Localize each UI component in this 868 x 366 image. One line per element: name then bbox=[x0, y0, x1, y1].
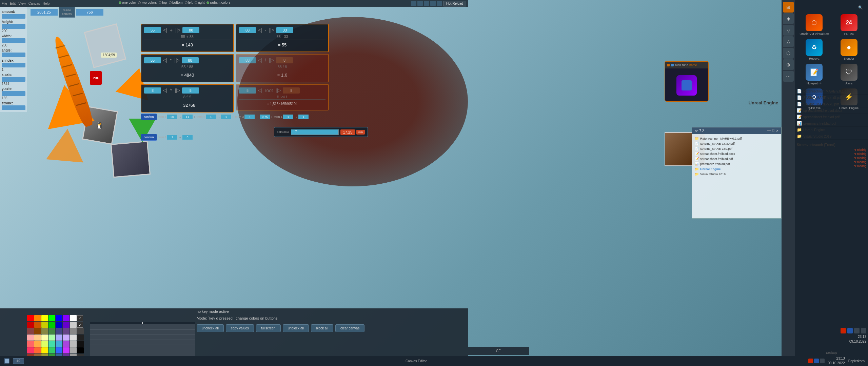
term3-input-a[interactable] bbox=[244, 115, 255, 119]
sidebar-icon-2[interactable]: ◈ bbox=[783, 13, 794, 24]
color-sky[interactable] bbox=[56, 341, 62, 347]
term4-input-b[interactable] bbox=[298, 115, 309, 119]
file-item-7[interactable]: 📁 Visual Studio 2019 bbox=[795, 133, 868, 140]
popup-row-0[interactable]: 📁 Ratenrechner_MARE-v.0.1.pdf bbox=[694, 136, 780, 141]
add-input-b[interactable] bbox=[182, 27, 199, 33]
color-coral[interactable] bbox=[27, 341, 34, 347]
div-input-a[interactable] bbox=[239, 57, 256, 63]
popup-row-1[interactable]: 📄 SASInc_MARE-v.x.x0.pdf bbox=[694, 141, 780, 146]
color-darkgrey[interactable] bbox=[77, 328, 84, 334]
hot-reload-button[interactable]: Hot Reload bbox=[443, 1, 466, 6]
icon-btn-2[interactable] bbox=[417, 1, 423, 6]
color-brown[interactable] bbox=[34, 328, 41, 334]
app-avira[interactable]: 🛡 Avira bbox=[833, 64, 865, 85]
stroke-slider[interactable] bbox=[2, 105, 25, 110]
sidebar-icon-7[interactable]: ⋯ bbox=[783, 71, 794, 82]
node-screenshot-widget[interactable]: bind func name bbox=[665, 61, 709, 102]
term4-input-a[interactable] bbox=[283, 115, 293, 119]
color-yellow[interactable] bbox=[41, 315, 48, 321]
icon-btn-5[interactable] bbox=[437, 1, 442, 6]
color-purple[interactable] bbox=[63, 315, 70, 321]
canvas-size-input[interactable] bbox=[76, 9, 103, 16]
xaxis-slider[interactable] bbox=[2, 77, 25, 82]
color-teal[interactable] bbox=[48, 341, 55, 347]
sidebar-icon-5[interactable]: ⬡ bbox=[783, 48, 794, 59]
term2-input-b[interactable] bbox=[221, 115, 231, 119]
color-lightpink[interactable] bbox=[27, 334, 34, 341]
add-input-a[interactable] bbox=[144, 27, 161, 33]
color-pure-black[interactable] bbox=[77, 347, 84, 353]
tray-icon-4[interactable] bbox=[861, 328, 866, 333]
color-darkblue[interactable] bbox=[56, 322, 62, 328]
color-white[interactable] bbox=[70, 315, 77, 321]
popup-row-7[interactable]: 📁 Visual Studio 2019 bbox=[694, 171, 780, 177]
color-black[interactable] bbox=[77, 341, 84, 347]
color-orange[interactable] bbox=[34, 315, 41, 321]
color-indigo[interactable] bbox=[63, 328, 70, 334]
radio-bottom[interactable]: bottom bbox=[169, 1, 183, 4]
file-item-5[interactable]: 📊 premmarz.freiblad.pdf bbox=[795, 120, 868, 127]
pow-input-a[interactable] bbox=[144, 87, 161, 94]
color-magenta[interactable] bbox=[63, 347, 70, 353]
color-darkred[interactable] bbox=[27, 322, 34, 328]
sidebar-icon-3[interactable]: ▽ bbox=[783, 25, 794, 36]
popup-row-6[interactable]: 📁 Unreal Engine bbox=[694, 166, 780, 171]
toolbar-file[interactable]: File bbox=[2, 2, 7, 5]
term2-confirm-button[interactable]: confirm bbox=[141, 134, 157, 141]
file-item-3[interactable]: 📝 spreadsheet.freiblad.docx bbox=[795, 107, 868, 114]
tray-icon-1[interactable] bbox=[841, 328, 846, 333]
toolbar-help[interactable]: Help bbox=[43, 2, 50, 5]
color-olive[interactable] bbox=[41, 328, 48, 334]
file-item-2[interactable]: 📄 SASInc_MARE-v.x0.pdf bbox=[795, 101, 868, 107]
uncheck-all-button[interactable]: uncheck all bbox=[197, 324, 224, 332]
popup-maximize-button[interactable]: □ bbox=[772, 128, 774, 133]
color-nearblack[interactable] bbox=[77, 334, 84, 341]
popup-close-button[interactable]: × bbox=[776, 128, 778, 133]
color-darkgreen[interactable] bbox=[48, 322, 55, 328]
app-recuva[interactable]: ♻ Recuva bbox=[798, 39, 830, 60]
color-darkpurple[interactable] bbox=[63, 322, 70, 328]
term1-input-a[interactable] bbox=[167, 115, 177, 119]
color-lightgreen[interactable] bbox=[48, 334, 55, 341]
file-item-6[interactable]: 📁 Unreal Engine bbox=[795, 127, 868, 133]
systray-icon-1[interactable] bbox=[808, 359, 813, 363]
sub-input-a[interactable] bbox=[239, 27, 256, 33]
app-oracle[interactable]: ⬡ Oracle VM VirtualBox bbox=[798, 14, 830, 36]
sidebar-icon-6[interactable]: ⊕ bbox=[783, 59, 794, 70]
term1-input-b[interactable] bbox=[182, 115, 193, 119]
result-input[interactable] bbox=[291, 129, 339, 135]
tray-icon-3[interactable] bbox=[854, 328, 860, 333]
radio-top[interactable]: top bbox=[159, 1, 167, 4]
toolbar-view[interactable]: View bbox=[18, 2, 26, 5]
color-navy[interactable] bbox=[56, 328, 62, 334]
mul-input-a[interactable] bbox=[144, 57, 161, 63]
timeline-handle[interactable] bbox=[142, 322, 143, 324]
clear-canvas-button[interactable]: clear canvas bbox=[335, 324, 364, 332]
app-notepad[interactable]: 📝 Notepad++ bbox=[798, 64, 830, 85]
taskbar-item-2[interactable]: #2 bbox=[13, 358, 24, 364]
popup-row-2[interactable]: 📄 SASInc_MARE-v.x0.pdf bbox=[694, 146, 780, 151]
toolbar-edit[interactable]: Edit bbox=[10, 2, 16, 5]
zindex-slider[interactable] bbox=[2, 63, 25, 67]
popup-row-3[interactable]: 📝 spreadsheet.freiblad.docx bbox=[694, 151, 780, 156]
color-darkyellow[interactable] bbox=[41, 322, 48, 328]
width-slider[interactable] bbox=[2, 38, 25, 43]
height-slider[interactable] bbox=[2, 24, 25, 29]
palette-checkbox-2[interactable]: ✓ bbox=[77, 322, 83, 328]
root-input-a[interactable] bbox=[239, 87, 256, 94]
pdf-floating-icon[interactable]: PDF bbox=[90, 71, 102, 85]
term1-confirm-button[interactable]: confirm bbox=[141, 114, 157, 120]
fullscreen-button[interactable]: fullscreen bbox=[256, 324, 281, 332]
unblock-all-button[interactable]: unblock all bbox=[283, 324, 309, 332]
term1b-input-b[interactable] bbox=[182, 135, 193, 140]
icon-btn-3[interactable] bbox=[424, 1, 429, 6]
popup-row-5[interactable]: 📊 premmarz.freiblad.pdf bbox=[694, 161, 780, 166]
radio-one-color[interactable]: one color bbox=[119, 1, 136, 4]
color-lightblue[interactable] bbox=[56, 334, 62, 341]
start-button[interactable] bbox=[3, 358, 10, 364]
search-icon[interactable]: 🔍 bbox=[857, 4, 864, 11]
app-blender[interactable]: ● Blender bbox=[833, 39, 865, 60]
sidebar-icon-4[interactable]: △ bbox=[783, 36, 794, 47]
radio-left[interactable]: left bbox=[185, 1, 193, 4]
canvas-value-input[interactable] bbox=[31, 9, 58, 16]
